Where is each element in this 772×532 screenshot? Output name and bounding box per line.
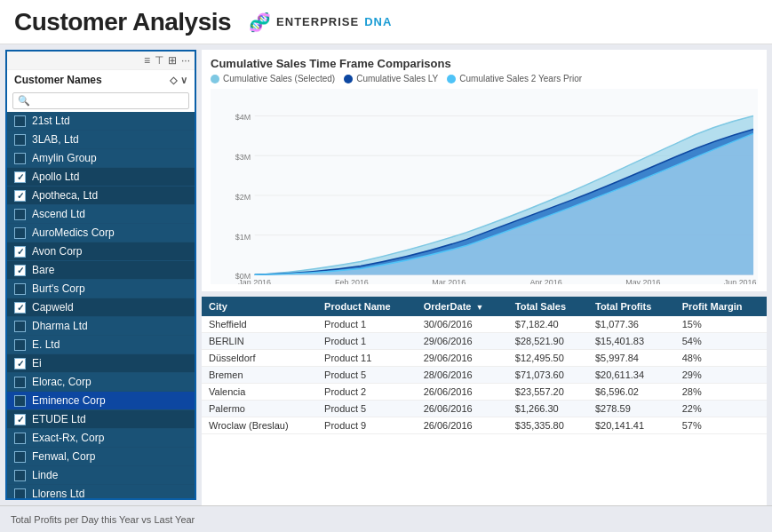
clear-icon[interactable]: ◇ bbox=[170, 75, 177, 86]
customer-name-label: Capweld bbox=[32, 301, 74, 314]
customer-item[interactable]: ETUDE Ltd bbox=[7, 410, 195, 429]
customer-name-label: Fenwal, Corp bbox=[32, 450, 95, 463]
search-icon: 🔍 bbox=[18, 95, 30, 107]
search-input[interactable] bbox=[34, 96, 184, 107]
cell-sales: $28,521.90 bbox=[508, 333, 588, 350]
customer-checkbox[interactable] bbox=[14, 115, 26, 127]
customer-item[interactable]: Eminence Corp bbox=[7, 392, 195, 410]
customer-item[interactable]: Apollo Ltd bbox=[7, 168, 195, 187]
customer-checkbox[interactable] bbox=[14, 395, 26, 407]
customer-checkbox[interactable] bbox=[14, 433, 26, 444]
customer-item[interactable]: Linde bbox=[7, 466, 195, 485]
customer-checkbox[interactable] bbox=[14, 358, 26, 369]
menu-icon[interactable]: ≡ bbox=[144, 54, 150, 67]
customer-checkbox[interactable] bbox=[14, 321, 26, 332]
customer-name-label: E. Ltd bbox=[32, 338, 60, 351]
customer-checkbox[interactable] bbox=[14, 283, 26, 295]
legend-label-ly: Cumulative Sales LY bbox=[356, 74, 438, 83]
legend-item-2yr: Cumulative Sales 2 Years Prior bbox=[447, 74, 582, 83]
customer-name-label: Amylin Group bbox=[32, 152, 97, 164]
customer-checkbox[interactable] bbox=[14, 488, 26, 499]
customer-item[interactable]: Amylin Group bbox=[7, 149, 195, 168]
customer-item[interactable]: Llorens Ltd bbox=[7, 485, 195, 498]
col-city[interactable]: City bbox=[202, 297, 317, 316]
col-sales[interactable]: Total Sales bbox=[508, 297, 588, 316]
customer-item[interactable]: Apotheca, Ltd bbox=[7, 187, 195, 205]
table-row[interactable]: DüsseldorfProduct 1129/06/2016$12,495.50… bbox=[202, 350, 767, 367]
customer-checkbox[interactable] bbox=[14, 153, 26, 164]
customer-item[interactable]: Elorac, Corp bbox=[7, 373, 195, 392]
customer-checkbox[interactable] bbox=[14, 246, 26, 258]
customer-item[interactable]: E. Ltd bbox=[7, 336, 195, 354]
table-row[interactable]: ValenciaProduct 226/06/2016$23,557.20$6,… bbox=[202, 384, 767, 401]
grid-icon[interactable]: ⊞ bbox=[168, 54, 177, 67]
customer-name-label: Apotheca, Ltd bbox=[32, 189, 98, 202]
table-row[interactable]: BremenProduct 528/06/2016$71,073.60$20,6… bbox=[202, 367, 767, 384]
cell-sales: $12,495.50 bbox=[508, 350, 588, 367]
customer-checkbox[interactable] bbox=[14, 209, 26, 220]
customer-item[interactable]: 21st Ltd bbox=[7, 112, 195, 131]
table-row[interactable]: Wroclaw (Breslau)Product 926/06/2016$35,… bbox=[202, 417, 767, 434]
customer-checkbox[interactable] bbox=[14, 171, 26, 183]
customer-checkbox[interactable] bbox=[14, 227, 26, 239]
svg-text:May 2016: May 2016 bbox=[625, 278, 660, 284]
customer-checkbox[interactable] bbox=[14, 451, 26, 463]
customer-name-label: Linde bbox=[32, 469, 58, 481]
filter-icon[interactable]: ⊤ bbox=[155, 54, 163, 67]
customer-item[interactable]: Ei bbox=[7, 354, 195, 373]
col-profits[interactable]: Total Profits bbox=[588, 297, 675, 316]
customer-item[interactable]: Bare bbox=[7, 261, 195, 280]
enterprise-label: ENTERPRISE bbox=[276, 15, 359, 28]
customer-item[interactable]: 3LAB, Ltd bbox=[7, 131, 195, 149]
search-box[interactable]: 🔍 bbox=[12, 92, 189, 109]
legend-item-ly: Cumulative Sales LY bbox=[344, 74, 438, 83]
customer-checkbox[interactable] bbox=[14, 134, 26, 146]
footer-label: Total Profits per Day this Year vs Last … bbox=[11, 514, 195, 525]
customer-checkbox[interactable] bbox=[14, 302, 26, 314]
col-date[interactable]: OrderDate ▼ bbox=[417, 297, 508, 316]
customer-item[interactable]: Ascend Ltd bbox=[7, 205, 195, 224]
chart-title: Cumulative Sales Time Frame Comparisons bbox=[211, 57, 758, 70]
sidebar-header: Customer Names ◇ ∨ bbox=[7, 70, 195, 90]
table-row[interactable]: SheffieldProduct 130/06/2016$7,182.40$1,… bbox=[202, 316, 767, 333]
customer-item[interactable]: AuroMedics Corp bbox=[7, 224, 195, 242]
customer-name-label: AuroMedics Corp bbox=[32, 226, 115, 239]
footer: Total Profits per Day this Year vs Last … bbox=[0, 505, 772, 532]
col-margin[interactable]: Profit Margin bbox=[675, 297, 767, 316]
customer-checkbox[interactable] bbox=[14, 414, 26, 425]
customer-checkbox[interactable] bbox=[14, 377, 26, 388]
cell-product: Product 1 bbox=[317, 316, 417, 333]
cell-date: 29/06/2016 bbox=[417, 350, 508, 367]
customer-checkbox[interactable] bbox=[14, 470, 26, 481]
customer-checkbox[interactable] bbox=[14, 339, 26, 351]
more-icon[interactable]: ··· bbox=[181, 54, 190, 67]
cell-product: Product 9 bbox=[317, 417, 417, 434]
data-table: City Product Name OrderDate ▼ Total Sale… bbox=[202, 297, 767, 434]
customer-name-label: Elorac, Corp bbox=[32, 376, 92, 388]
right-content: Cumulative Sales Time Frame Comparisons … bbox=[202, 44, 772, 505]
customer-name-label: ETUDE Ltd bbox=[32, 413, 86, 425]
customer-name-label: Dharma Ltd bbox=[32, 320, 88, 332]
customer-checkbox[interactable] bbox=[14, 265, 26, 276]
cell-product: Product 5 bbox=[317, 401, 417, 417]
customer-item[interactable]: Avon Corp bbox=[7, 242, 195, 261]
cell-date: 26/06/2016 bbox=[417, 401, 508, 417]
page-title: Customer Analysis bbox=[14, 8, 231, 36]
customer-item[interactable]: Dharma Ltd bbox=[7, 317, 195, 336]
customer-item[interactable]: Capweld bbox=[7, 298, 195, 317]
customer-name-label: 21st Ltd bbox=[32, 115, 70, 127]
table-row[interactable]: BERLINProduct 129/06/2016$28,521.90$15,4… bbox=[202, 333, 767, 350]
customer-checkbox[interactable] bbox=[14, 190, 26, 202]
customer-list: 21st Ltd3LAB, LtdAmylin GroupApollo LtdA… bbox=[7, 112, 195, 498]
table-row[interactable]: PalermoProduct 526/06/2016$1,266.30$278.… bbox=[202, 401, 767, 417]
col-product[interactable]: Product Name bbox=[317, 297, 417, 316]
table-section: City Product Name OrderDate ▼ Total Sale… bbox=[202, 297, 767, 505]
cell-product: Product 11 bbox=[317, 350, 417, 367]
customer-names-panel: ≡ ⊤ ⊞ ··· Customer Names ◇ ∨ 🔍 21st Ltd3… bbox=[5, 50, 196, 500]
cell-sales: $71,073.60 bbox=[508, 367, 588, 384]
customer-item[interactable]: Fenwal, Corp bbox=[7, 448, 195, 466]
dropdown-icon[interactable]: ∨ bbox=[180, 75, 187, 86]
cell-profits: $5,997.84 bbox=[588, 350, 675, 367]
customer-item[interactable]: Exact-Rx, Corp bbox=[7, 429, 195, 448]
customer-item[interactable]: Burt's Corp bbox=[7, 280, 195, 298]
